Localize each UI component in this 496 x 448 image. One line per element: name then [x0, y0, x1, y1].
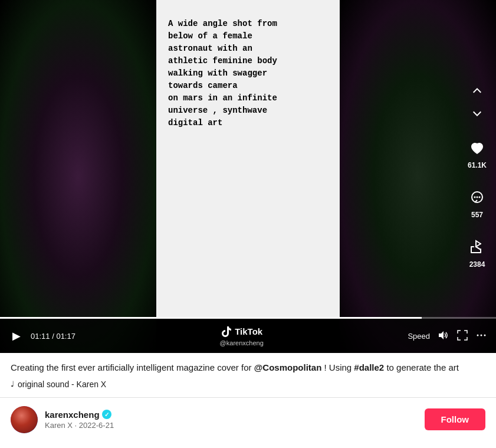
share-count: 2384 [469, 260, 485, 269]
svg-point-2 [477, 197, 478, 198]
tiktok-handle: @karenxcheng [220, 339, 264, 346]
controls-bar: ▶ 01:11 / 01:17 TikTok @karenxcheng Spee… [0, 319, 496, 353]
tiktok-watermark: TikTok @karenxcheng [220, 325, 264, 346]
author-date: 2022-6-21 [79, 421, 114, 430]
below-video-content: Creating the first ever artificially int… [0, 353, 496, 442]
comments-group: 557 [464, 185, 490, 224]
video-sidebar: 61.1K 557 [464, 80, 490, 273]
sound-label[interactable]: original sound - Karen X [18, 380, 106, 389]
svg-point-3 [479, 197, 481, 198]
play-button[interactable]: ▶ [9, 329, 24, 343]
share-group: 2384 [464, 234, 490, 273]
svg-marker-4 [439, 331, 444, 339]
author-info: karenxcheng ✓ Karen X · 2022-6-21 [45, 410, 418, 430]
caption: Creating the first ever artificially int… [11, 361, 485, 375]
nav-up-button[interactable] [467, 80, 488, 101]
more-options-button[interactable] [476, 330, 487, 342]
follow-button[interactable]: Follow [425, 408, 486, 430]
time-current: 01:11 [31, 332, 50, 341]
author-meta: Karen X · 2022-6-21 [45, 421, 418, 430]
comment-button[interactable] [464, 185, 490, 211]
author-separator: · [75, 421, 79, 430]
volume-button[interactable] [438, 330, 449, 342]
comment-count: 557 [471, 211, 483, 219]
speed-button[interactable]: Speed [408, 332, 430, 341]
fullscreen-button[interactable] [457, 330, 468, 342]
author-row: karenxcheng ✓ Karen X · 2022-6-21 Follow [11, 398, 485, 442]
time-total: 01:17 [56, 332, 75, 341]
controls-right: Speed [408, 330, 487, 342]
verified-badge: ✓ [102, 410, 111, 419]
svg-point-7 [484, 334, 485, 336]
video-player: A wide angle shot from below of a female… [0, 0, 496, 353]
caption-after: to generate the art [384, 362, 459, 372]
caption-hashtag[interactable]: #dalle2 [354, 362, 384, 372]
caption-before: Creating the first ever artificially int… [11, 362, 254, 372]
like-group: 61.1K [464, 135, 490, 174]
avatar[interactable] [11, 406, 38, 433]
svg-point-1 [474, 197, 476, 198]
like-button[interactable] [464, 135, 490, 161]
svg-point-6 [480, 334, 482, 336]
tiktok-logo: TikTok [221, 325, 262, 337]
video-prompt-text: A wide angle shot from below of a female… [168, 18, 277, 129]
tiktok-brand-name: TikTok [235, 326, 262, 336]
video-center-frame: A wide angle shot from below of a female… [156, 0, 340, 319]
like-count: 61.1K [468, 161, 487, 169]
share-button[interactable] [464, 234, 490, 260]
sound-line: ♩ original sound - Karen X [11, 380, 485, 389]
time-display: 01:11 / 01:17 [31, 332, 75, 341]
author-name-row: karenxcheng ✓ [45, 410, 418, 420]
caption-middle: ! Using [321, 362, 354, 372]
nav-down-button[interactable] [467, 103, 488, 125]
avatar-image [11, 406, 38, 433]
caption-mention[interactable]: @Cosmopolitan [254, 362, 322, 372]
music-icon: ♩ [11, 380, 14, 388]
author-username[interactable]: karenxcheng [45, 410, 100, 420]
author-display-name: Karen X [45, 421, 73, 430]
video-bg-left [0, 0, 156, 353]
svg-point-5 [477, 334, 478, 336]
